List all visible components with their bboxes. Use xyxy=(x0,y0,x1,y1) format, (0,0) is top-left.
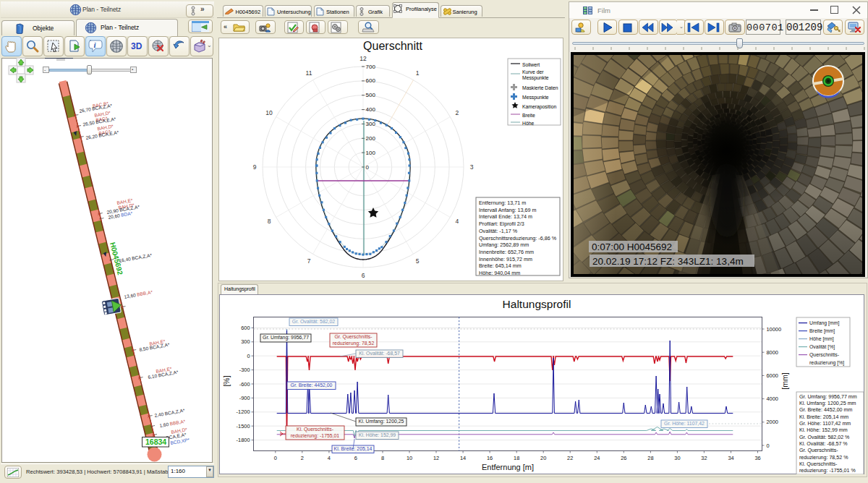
svg-text:Maskierte Daten: Maskierte Daten xyxy=(522,85,558,90)
svg-text:7: 7 xyxy=(307,257,311,265)
svg-text:Kl. Querschnitts-: Kl. Querschnitts- xyxy=(297,427,333,432)
svg-text:Kl. Höhe: 152,99: Kl. Höhe: 152,99 xyxy=(359,432,396,437)
svg-text:32: 32 xyxy=(701,455,707,461)
svg-text:Messpunkte: Messpunkte xyxy=(522,75,549,81)
svg-text:2: 2 xyxy=(301,455,304,461)
svg-text:6000: 6000 xyxy=(767,372,778,379)
svg-text:34: 34 xyxy=(728,455,733,461)
svg-text:600: 600 xyxy=(241,325,250,331)
svg-text:Kurve der: Kurve der xyxy=(522,69,544,74)
svg-text:24: 24 xyxy=(594,455,600,461)
svg-text:Breite: Breite xyxy=(522,113,535,118)
svg-text:reduzierung: -1755,01: reduzierung: -1755,01 xyxy=(291,433,340,439)
svg-text:400: 400 xyxy=(366,106,376,113)
svg-text:8: 8 xyxy=(268,218,271,225)
svg-text:3: 3 xyxy=(470,163,474,171)
svg-text:Gr. Breite: 4452,00 mm: Gr. Breite: 4452,00 mm xyxy=(799,407,852,413)
svg-text:Gr. Ovalität: 582,02 %: Gr. Ovalität: 582,02 % xyxy=(799,435,850,440)
svg-text:4: 4 xyxy=(328,455,331,461)
svg-text:Kameraposition: Kameraposition xyxy=(522,104,556,110)
svg-text:14: 14 xyxy=(460,455,466,461)
svg-text:Profilart: Eiprofil 2/3: Profilart: Eiprofil 2/3 xyxy=(479,221,524,227)
svg-text:26: 26 xyxy=(621,455,626,461)
svg-text:500: 500 xyxy=(366,92,376,98)
svg-text:Ovalität: -1,17 %: Ovalität: -1,17 % xyxy=(479,228,518,234)
svg-text:Innenhöhe: 915,72 mm: Innenhöhe: 915,72 mm xyxy=(479,256,532,262)
svg-text:reduzierung: -1755,01 %: reduzierung: -1755,01 % xyxy=(799,468,856,474)
svg-text:6: 6 xyxy=(362,272,365,279)
svg-text:Querschnittsreduzierung: -6,86: Querschnittsreduzierung: -6,86 % xyxy=(479,235,557,241)
svg-text:Gr. Umfang: 9956,77 mm: Gr. Umfang: 9956,77 mm xyxy=(799,394,857,400)
svg-text:9: 9 xyxy=(253,163,257,171)
svg-text:8000: 8000 xyxy=(767,349,778,356)
svg-text:Breite [mm]: Breite [mm] xyxy=(809,328,835,334)
svg-text:-300: -300 xyxy=(239,367,250,373)
svg-text:16,40 BCA,Z,A*: 16,40 BCA,Z,A* xyxy=(119,252,153,263)
svg-text:Entfernung: 13,71 m: Entfernung: 13,71 m xyxy=(479,200,526,206)
svg-text:Kl. Querschnitts-: Kl. Querschnitts- xyxy=(799,461,838,467)
svg-text:Intervall Anfang: 13,69 m: Intervall Anfang: 13,69 m xyxy=(479,207,537,213)
svg-text:reduzierung [%]: reduzierung [%] xyxy=(809,360,844,366)
svg-text:2: 2 xyxy=(456,109,459,116)
svg-text:Gr. Breite: 4452,00: Gr. Breite: 4452,00 xyxy=(291,382,333,388)
svg-text:-1200: -1200 xyxy=(237,409,250,415)
svg-text:Ovalität [%]: Ovalität [%] xyxy=(809,344,835,350)
svg-text:Messpunkte: Messpunkte xyxy=(522,95,549,101)
svg-text:16834: 16834 xyxy=(145,437,166,446)
svg-text:30: 30 xyxy=(674,455,680,461)
svg-text:0: 0 xyxy=(247,353,250,359)
svg-text:0: 0 xyxy=(274,455,277,461)
svg-text:0: 0 xyxy=(366,164,370,171)
svg-text:10: 10 xyxy=(407,455,412,461)
svg-text:Umfang: 2562,89 mm: Umfang: 2562,89 mm xyxy=(479,241,529,248)
svg-text:Innenbreite: 652,76 mm: Innenbreite: 652,76 mm xyxy=(479,249,534,255)
svg-text:12: 12 xyxy=(359,55,367,62)
svg-text:6: 6 xyxy=(354,455,357,461)
svg-text:20: 20 xyxy=(540,455,546,461)
svg-text:Höhe: Höhe xyxy=(522,121,534,126)
svg-text:-600: -600 xyxy=(239,381,250,388)
svg-text:Kl. Umfang: 1200,25: Kl. Umfang: 1200,25 xyxy=(359,419,404,424)
svg-text:22: 22 xyxy=(567,455,573,461)
svg-text:-900: -900 xyxy=(239,395,250,401)
svg-text:Breite: 645,14 mm: Breite: 645,14 mm xyxy=(479,262,522,269)
svg-text:12: 12 xyxy=(433,455,439,461)
svg-text:Kl. Höhe: 152,99 mm: Kl. Höhe: 152,99 mm xyxy=(799,427,848,433)
svg-text:Sollwert: Sollwert xyxy=(522,62,540,67)
svg-text:4000: 4000 xyxy=(767,396,778,402)
svg-text:Entfernung [m]: Entfernung [m] xyxy=(482,463,534,471)
svg-text:8: 8 xyxy=(381,455,384,461)
svg-text:28: 28 xyxy=(647,455,653,461)
svg-text:Höhe [mm]: Höhe [mm] xyxy=(809,336,834,342)
svg-text:200: 200 xyxy=(366,135,376,142)
svg-text:Gr. Querschnitts-: Gr. Querschnitts- xyxy=(799,448,838,453)
svg-text:4: 4 xyxy=(456,218,459,225)
svg-text:2000: 2000 xyxy=(767,419,778,425)
svg-text:-1500: -1500 xyxy=(237,423,250,429)
svg-text:[%]: [%] xyxy=(222,375,231,386)
svg-text:100: 100 xyxy=(366,150,376,156)
svg-text:5: 5 xyxy=(416,257,420,265)
svg-text:Querschnitts-: Querschnitts- xyxy=(809,352,839,358)
svg-text:36: 36 xyxy=(754,455,760,461)
svg-text:Kl. Ovalität: -68,57 %: Kl. Ovalität: -68,57 % xyxy=(799,441,848,447)
svg-text:Intervall Ende: 13,74 m: Intervall Ende: 13,74 m xyxy=(479,213,532,220)
svg-text:2,40 BCA,Z,A*: 2,40 BCA,Z,A* xyxy=(154,408,185,418)
svg-text:Haltungsprofil: Haltungsprofil xyxy=(503,298,571,310)
svg-text:Gr. Umfang: 9956,77: Gr. Umfang: 9956,77 xyxy=(263,335,309,341)
svg-text:Gr. Höhe: 1107,42: Gr. Höhe: 1107,42 xyxy=(664,421,705,426)
svg-text:20.02.19 17:12 FZ: 343LZ1: 13,: 20.02.19 17:12 FZ: 343LZ1: 13,4m xyxy=(592,256,744,267)
svg-text:10: 10 xyxy=(265,109,273,116)
svg-text:700: 700 xyxy=(366,64,376,70)
svg-text:-1800: -1800 xyxy=(237,437,250,443)
svg-text:Kl. Umfang: 1200,25 mm: Kl. Umfang: 1200,25 mm xyxy=(799,401,856,406)
svg-text:10000: 10000 xyxy=(767,326,782,333)
svg-text:Kl. Ovalität: -68,57: Kl. Ovalität: -68,57 xyxy=(359,351,400,356)
svg-text:Höhe: 940,04 mm: Höhe: 940,04 mm xyxy=(479,270,520,276)
svg-text:reduzierung: 78,52 %: reduzierung: 78,52 % xyxy=(799,455,848,461)
svg-text:[mm]: [mm] xyxy=(780,372,789,389)
svg-text:600: 600 xyxy=(366,77,376,84)
svg-text:Querschnitt: Querschnitt xyxy=(363,40,422,52)
svg-text:1: 1 xyxy=(416,69,420,77)
svg-text:300: 300 xyxy=(241,338,250,345)
